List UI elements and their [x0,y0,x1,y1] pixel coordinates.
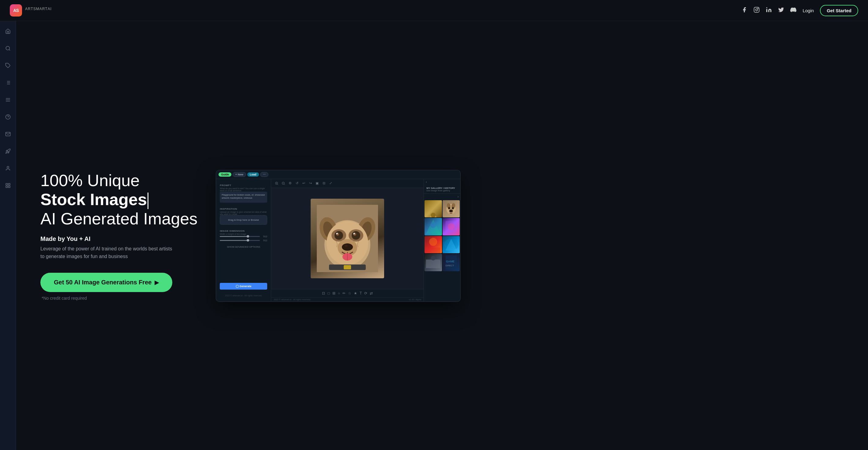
gallery-thumb-6[interactable] [442,236,460,253]
sidebar-list-icon[interactable] [2,77,13,88]
svg-point-63 [448,223,455,230]
linkedin-icon[interactable] [766,7,772,14]
app-footer-bar: 2022 © artsmart.ai - All rights reserved… [271,297,424,302]
layout1-icon[interactable]: ▣ [315,181,319,186]
sidebar-help-icon[interactable] [2,112,13,122]
crop-icon[interactable]: ⊡ [322,291,325,295]
facebook-icon[interactable] [741,7,747,14]
svg-text:GAME: GAME [446,260,455,263]
login-button[interactable]: Login [803,8,814,13]
cta-note: *No credit card required [42,296,87,301]
sidebar-mail-icon[interactable] [2,128,13,140]
circle-icon[interactable]: ○ [338,291,340,295]
svg-point-3 [766,7,767,8]
height-slider[interactable] [220,240,260,241]
gallery-title: MY GALLERY / HISTORY [426,187,458,189]
columns-icon[interactable]: ⊞ [332,291,336,295]
nav-actions: Login Get Started [741,5,858,16]
square-icon[interactable]: □ [328,291,330,295]
gallery-thumb-1[interactable] [425,200,442,218]
star-outline-icon[interactable]: ☆ [348,291,351,295]
prompt-box[interactable]: Playground for broken souls, of, showcas… [220,192,267,203]
svg-text:DIRECT: DIRECT [445,264,454,267]
app-left-panel: PROMPT What do you want to see? You can … [216,179,271,302]
more-badge[interactable]: ⋯ [260,172,269,177]
svg-rect-51 [344,265,351,269]
footer-version: v1.00 / Alpha [409,298,421,301]
prompt-label: PROMPT [220,184,267,187]
discord-icon[interactable] [790,7,796,14]
get-started-button[interactable]: Get Started [820,5,858,16]
svg-point-18 [7,166,9,168]
advanced-options-link[interactable]: SHOW ADVANCED OPTIONS [220,245,267,248]
gallery-thumb-dog[interactable] [442,200,460,218]
history-icon[interactable]: ↺ [294,181,299,186]
footer-copyright: 2022 © artsmart.ai - All rights reserved… [274,298,311,301]
redo-icon[interactable]: ↪ [308,181,313,186]
gallery-header: MY GALLERY / HISTORY Use image from gall… [424,185,460,194]
pencil-icon[interactable]: ✏ [342,291,345,295]
app-inner: PROMPT What do you want to see? You can … [216,179,460,302]
guide-badge[interactable]: Guide [219,172,231,177]
app-right-panel: ‹ MY GALLERY / HISTORY Use image from ga… [424,179,460,302]
sidebar-grid-icon[interactable] [2,180,13,191]
inspiration-section: INSPIRATION Upload an image to give smar… [220,206,267,225]
svg-rect-21 [8,186,10,188]
prompt-sublabel: What do you want to see? You can use a s… [220,187,267,192]
generate-button[interactable]: ◯ Generate [220,283,267,290]
cta-button[interactable]: Get 50 AI Image Generations Free ▶ [40,273,172,292]
svg-rect-20 [8,183,10,185]
svg-rect-0 [754,7,760,12]
twitter-icon[interactable] [778,7,784,14]
hero-headline: 100% Unique Stock Images AI Generated Im… [40,171,197,228]
zoom-in-icon[interactable] [274,181,279,186]
height-slider-row: 512 [220,239,267,242]
sidebar-rocket-icon[interactable] [2,146,13,157]
gallery-prev-icon[interactable]: ‹ [426,180,427,184]
zoom-out-icon[interactable] [281,181,286,186]
width-slider[interactable] [220,236,260,237]
gallery-thumb-4[interactable] [442,218,460,235]
refresh-icon[interactable]: ⟳ [364,291,367,295]
prompt-section: PROMPT What do you want to see? You can … [220,183,267,203]
navbar: AS ARTSMARTAI Login Get Started [0,0,868,21]
slider-container: 512 512 [220,235,267,242]
instagram-icon[interactable] [753,7,760,14]
dimension-section: IMAGE DIMENSION Width x Height of the im… [220,228,267,242]
svg-point-61 [430,222,436,228]
svg-point-58 [452,207,454,209]
main-content: 100% Unique Stock Images AI Generated Im… [16,21,868,450]
settings-icon[interactable]: ⚙ [288,181,292,186]
undo-icon[interactable]: ↩ [301,181,306,186]
svg-point-39 [335,231,343,240]
svg-point-46 [342,243,353,251]
svg-rect-19 [6,183,7,185]
new-badge[interactable]: + New [232,172,246,177]
load-badge[interactable]: Load [247,172,259,177]
inspiration-sublabel: Upload an image to give smartart an idea… [220,211,267,215]
sidebar-person-icon[interactable] [2,163,13,174]
app-screenshot: Guide + New Load ⋯ PROMPT What do you wa… [216,170,461,302]
dimension-label: IMAGE DIMENSION [220,230,267,232]
gallery-thumb-7[interactable] [425,254,442,271]
gallery-next-icon[interactable]: › [458,195,459,198]
sidebar-tag-icon[interactable] [2,60,13,71]
text-icon[interactable]: T [360,291,362,295]
layout2-icon[interactable]: ⊟ [321,181,326,186]
hero-cta-area: Get 50 AI Image Generations Free ▶ *No c… [40,273,197,301]
sidebar-menu-icon[interactable] [2,94,13,105]
image-bottom-toolbar: ⊡ □ ⊞ ○ ✏ ☆ ★ T ⟳ ⇄ [271,289,424,297]
gallery-thumb-3[interactable] [425,218,442,235]
gallery-thumb-5[interactable] [425,236,442,253]
inspiration-label: INSPIRATION [220,208,267,210]
transform-icon[interactable]: ⇄ [370,291,373,295]
expand-icon[interactable]: ⤢ [328,181,333,186]
svg-point-59 [449,210,453,212]
gallery-nav: ‹ [424,179,460,185]
svg-line-28 [284,184,285,185]
star-icon[interactable]: ★ [354,291,357,295]
sidebar-search-icon[interactable] [2,43,13,54]
sidebar-home-icon[interactable] [2,26,13,37]
upload-area[interactable]: Drag & Drop here or Browse [220,215,267,225]
gallery-thumb-8[interactable]: GAME DIRECT [442,254,460,271]
